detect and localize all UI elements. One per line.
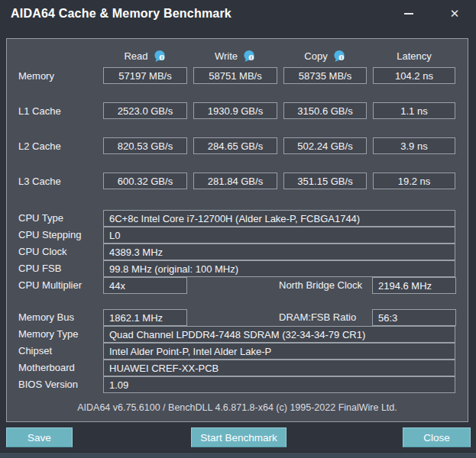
bios-version-value: 1.09	[103, 376, 455, 393]
table-row-l1-cache: L1 Cache 2523.0 GB/s 1930.9 GB/s 3150.6 …	[7, 102, 468, 119]
info-row-memory-type: Memory Type Quad Channel LPDDR4-7448 SDR…	[7, 326, 468, 343]
l1-read-value: 2523.0 GB/s	[103, 102, 187, 119]
cpu-multiplier-value: 44x	[103, 277, 187, 294]
row-label: CPU Type	[7, 210, 63, 227]
row-label: CPU Multiplier	[7, 277, 82, 294]
cpu-stepping-value: L0	[103, 227, 455, 244]
latency-header-label: Latency	[397, 50, 432, 62]
title-bar: AIDA64 Cache & Memory Benchmark ✕	[0, 0, 476, 32]
dram-fsb-ratio-label: DRAM:FSB Ratio	[279, 309, 356, 326]
l3-read-value: 600.32 GB/s	[103, 173, 187, 189]
l1-copy-value: 3150.6 GB/s	[283, 102, 367, 119]
memory-latency-value: 104.2 ns	[373, 67, 455, 84]
memory-type-value: Quad Channel LPDDR4-7448 SDRAM (32-34-34…	[103, 326, 455, 343]
info-row-cpu-multiplier: CPU Multiplier 44x North Bridge Clock 21…	[7, 277, 468, 294]
row-label: Chipset	[7, 343, 52, 360]
table-row-memory: Memory 57197 MB/s 58751 MB/s 58735 MB/s …	[7, 67, 468, 84]
info-row-cpu-fsb: CPU FSB 99.8 MHz (original: 100 MHz)	[7, 260, 468, 277]
close-icon: ✕	[450, 7, 460, 21]
version-footer: AIDA64 v6.75.6100 / BenchDLL 4.6.871.8-x…	[7, 402, 468, 413]
close-window-button[interactable]: ✕	[442, 3, 468, 24]
table-row-l3-cache: L3 Cache 600.32 GB/s 281.84 GB/s 351.15 …	[7, 173, 468, 189]
row-label: Motherboard	[7, 360, 75, 376]
svg-text:i: i	[251, 55, 252, 60]
start-benchmark-button[interactable]: Start Benchmark	[191, 427, 287, 447]
memory-bus-value: 1862.1 MHz	[103, 309, 187, 326]
info-row-cpu-stepping: CPU Stepping L0	[7, 227, 468, 244]
motherboard-value: HUAWEI CREF-XX-PCB	[103, 360, 455, 376]
dram-fsb-ratio-value: 56:3	[372, 309, 456, 326]
l2-latency-value: 3.9 ns	[373, 137, 455, 154]
info-row-cpu-clock: CPU Clock 4389.3 MHz	[7, 244, 468, 260]
column-header-read: Read i	[103, 50, 187, 63]
row-label: L3 Cache	[7, 176, 97, 187]
aida64-benchmark-window: AIDA64 Cache & Memory Benchmark ✕ Read i	[0, 0, 476, 458]
info-row-motherboard: Motherboard HUAWEI CREF-XX-PCB	[7, 360, 468, 376]
info-row-memory-bus: Memory Bus 1862.1 MHz DRAM:FSB Ratio 56:…	[7, 309, 468, 326]
column-header-write: Write i	[193, 50, 277, 63]
column-header-row: Read i Write i Copy	[7, 47, 468, 64]
svg-text:i: i	[341, 55, 342, 60]
cpu-clock-value: 4389.3 MHz	[103, 244, 455, 260]
minimize-button[interactable]	[396, 3, 422, 24]
window-bottom-edge	[0, 452, 476, 458]
l2-read-value: 820.53 GB/s	[103, 137, 187, 154]
l3-latency-value: 19.2 ns	[373, 173, 455, 189]
table-row-l2-cache: L2 Cache 820.53 GB/s 284.65 GB/s 502.24 …	[7, 137, 468, 154]
memory-copy-value: 58735 MB/s	[283, 67, 367, 84]
l1-latency-value: 1.1 ns	[373, 102, 455, 119]
row-label: Memory Type	[7, 326, 79, 343]
l2-copy-value: 502.24 GB/s	[283, 137, 367, 154]
info-bubble-icon[interactable]: i	[153, 50, 167, 63]
north-bridge-clock-label: North Bridge Clock	[279, 277, 362, 294]
row-label: Memory	[7, 70, 97, 82]
info-row-bios-version: BIOS Version 1.09	[7, 376, 468, 393]
info-row-cpu-type: CPU Type 6C+8c Intel Core i7-12700H (Ald…	[7, 210, 468, 227]
north-bridge-clock-value: 2194.6 MHz	[372, 277, 456, 294]
row-label: L2 Cache	[7, 140, 97, 152]
l3-copy-value: 351.15 GB/s	[283, 173, 367, 189]
memory-read-value: 57197 MB/s	[103, 67, 187, 84]
write-header-label: Write	[215, 50, 238, 62]
save-button[interactable]: Save	[6, 427, 73, 447]
window-title: AIDA64 Cache & Memory Benchmark	[11, 7, 232, 21]
memory-write-value: 58751 MB/s	[193, 67, 277, 84]
info-bubble-icon[interactable]: i	[242, 50, 256, 63]
copy-header-label: Copy	[304, 50, 327, 62]
close-button[interactable]: Close	[403, 427, 471, 447]
row-label: CPU Stepping	[7, 227, 81, 244]
svg-text:i: i	[161, 55, 163, 60]
minimize-icon	[404, 13, 413, 15]
cpu-fsb-value: 99.8 MHz (original: 100 MHz)	[103, 260, 455, 277]
l2-write-value: 284.65 GB/s	[193, 137, 277, 154]
row-label: CPU Clock	[7, 244, 67, 260]
benchmark-panel: Read i Write i Copy	[6, 38, 468, 422]
column-header-copy: Copy i	[283, 50, 367, 63]
read-header-label: Read	[124, 50, 147, 62]
row-label: Memory Bus	[7, 309, 74, 326]
row-label: L1 Cache	[7, 105, 97, 117]
column-header-latency: Latency	[373, 50, 455, 62]
cpu-type-value: 6C+8c Intel Core i7-12700H (Alder Lake-P…	[103, 210, 455, 227]
info-bubble-icon[interactable]: i	[332, 50, 346, 63]
l3-write-value: 281.84 GB/s	[193, 173, 277, 189]
info-row-chipset: Chipset Intel Alder Point-P, Intel Alder…	[7, 343, 468, 360]
row-label: BIOS Version	[7, 376, 78, 393]
l1-write-value: 1930.9 GB/s	[193, 102, 277, 119]
chipset-value: Intel Alder Point-P, Intel Alder Lake-P	[103, 343, 455, 360]
row-label: CPU FSB	[7, 260, 61, 277]
